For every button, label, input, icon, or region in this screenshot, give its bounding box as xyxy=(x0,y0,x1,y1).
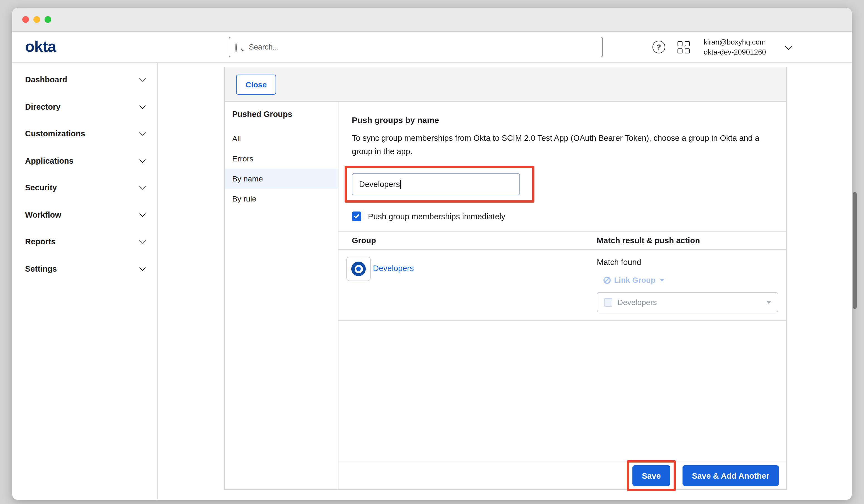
subnav-item-by-rule[interactable]: By rule xyxy=(225,189,338,209)
vertical-scrollbar[interactable] xyxy=(853,192,857,309)
push-groups-panel: Close Pushed Groups All Errors By name B… xyxy=(224,67,787,490)
table-row: Developers Match found Link Group xyxy=(338,250,786,321)
chevron-down-icon xyxy=(140,75,146,82)
pushed-groups-subnav: Pushed Groups All Errors By name By rule xyxy=(225,102,338,490)
search-input[interactable]: Search... xyxy=(229,37,603,57)
account-menu[interactable]: kiran@boxyhq.com okta-dev-20901260 xyxy=(704,37,766,57)
minimize-window-button[interactable] xyxy=(33,16,40,23)
text-cursor xyxy=(400,180,401,189)
group-name-link[interactable]: Developers xyxy=(373,264,414,273)
group-cell: Developers xyxy=(338,250,597,312)
chevron-down-icon xyxy=(140,264,146,271)
okta-logo: okta xyxy=(25,38,56,56)
match-cell: Match found Link Group Developers xyxy=(597,250,786,312)
sidebar-item-directory[interactable]: Directory xyxy=(12,93,157,120)
checkmark-icon xyxy=(353,213,359,218)
content-area: Close Pushed Groups All Errors By name B… xyxy=(158,63,852,499)
screen: okta Search... ? kiran@boxyhq.com okta-d… xyxy=(0,0,864,504)
section-title: Push groups by name xyxy=(352,115,772,125)
group-name-input-value: Developers xyxy=(359,180,400,189)
column-header-group: Group xyxy=(338,236,597,245)
match-status: Match found xyxy=(597,258,786,267)
group-placeholder-icon xyxy=(604,298,612,307)
chevron-down-icon xyxy=(140,211,146,217)
annotation-box-input: Developers xyxy=(345,166,535,203)
apps-grid-icon[interactable] xyxy=(677,41,689,53)
close-window-button[interactable] xyxy=(22,16,29,23)
push-immediately-label: Push group memberships immediately xyxy=(368,212,505,221)
sidebar-item-reports[interactable]: Reports xyxy=(12,228,157,255)
subnav-item-all[interactable]: All xyxy=(225,129,338,148)
link-group-dropdown-button[interactable]: Link Group xyxy=(603,276,786,285)
sidebar-item-workflow[interactable]: Workflow xyxy=(12,201,157,228)
sidebar-item-customizations[interactable]: Customizations xyxy=(12,120,157,147)
sidebar-item-settings[interactable]: Settings xyxy=(12,255,157,282)
panel-topbar: Close xyxy=(225,67,786,102)
account-org: okta-dev-20901260 xyxy=(704,47,766,57)
link-target-select[interactable]: Developers xyxy=(597,292,778,312)
account-email: kiran@boxyhq.com xyxy=(704,37,766,47)
save-and-add-another-button[interactable]: Save & Add Another xyxy=(683,465,779,486)
section-description: To sync group memberships from Okta to S… xyxy=(352,131,767,158)
subnav-item-by-name[interactable]: By name xyxy=(225,169,338,189)
subnav-title: Pushed Groups xyxy=(225,110,338,129)
link-group-label: Link Group xyxy=(614,276,656,285)
titlebar xyxy=(12,8,852,32)
chevron-down-icon xyxy=(140,156,146,163)
chevron-down-icon xyxy=(140,237,146,244)
save-button[interactable]: Save xyxy=(633,465,670,486)
close-button[interactable]: Close xyxy=(236,74,276,94)
sidebar: Dashboard Directory Customizations Appli… xyxy=(12,63,158,499)
search-placeholder: Search... xyxy=(249,43,279,51)
column-header-match: Match result & push action xyxy=(597,236,700,245)
table-header: Group Match result & push action xyxy=(338,231,786,250)
group-avatar-icon xyxy=(346,256,371,281)
push-immediately-checkbox[interactable] xyxy=(352,212,361,221)
sidebar-item-applications[interactable]: Applications xyxy=(12,147,157,174)
subnav-item-errors[interactable]: Errors xyxy=(225,148,338,169)
link-target-value: Developers xyxy=(617,298,767,307)
help-icon[interactable]: ? xyxy=(652,41,665,53)
chevron-down-icon[interactable] xyxy=(785,43,792,50)
caret-down-icon xyxy=(767,301,771,304)
zoom-window-button[interactable] xyxy=(45,16,51,23)
browser-window: okta Search... ? kiran@boxyhq.com okta-d… xyxy=(12,8,852,500)
annotation-box-save: Save xyxy=(627,460,676,491)
chevron-down-icon xyxy=(140,129,146,136)
push-by-name-section: Push groups by name To sync group member… xyxy=(338,102,786,490)
chevron-down-icon xyxy=(140,183,146,190)
search-icon xyxy=(236,43,244,51)
panel-footer: Save Save & Add Another xyxy=(338,461,786,490)
caret-down-icon xyxy=(659,279,664,281)
app-header: okta Search... ? kiran@boxyhq.com okta-d… xyxy=(12,32,852,63)
link-icon xyxy=(603,276,611,284)
group-name-input[interactable]: Developers xyxy=(352,173,520,195)
sidebar-item-security[interactable]: Security xyxy=(12,174,157,201)
sidebar-item-dashboard[interactable]: Dashboard xyxy=(12,66,157,93)
chevron-down-icon xyxy=(140,103,146,109)
